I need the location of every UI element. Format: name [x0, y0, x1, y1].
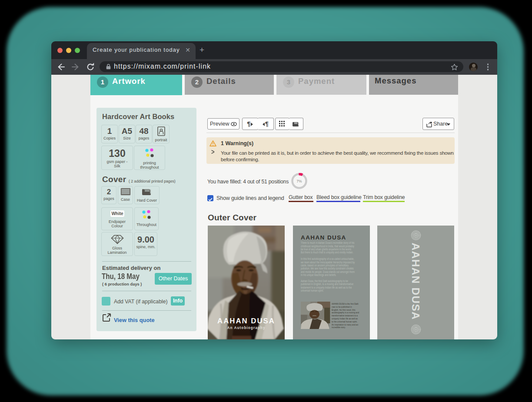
svg-text:autobiography is a moving and: autobiography is a moving and: [332, 311, 359, 314]
svg-text:incredible story.: incredible story.: [332, 326, 346, 329]
svg-text:uniquely Indian life as well a: uniquely Indian life as well as: [332, 317, 358, 320]
svg-text:AAHAN DUSA: AAHAN DUSA: [301, 234, 346, 241]
svg-text:we learn about the inescapable: we learn about the inescapable hierarchy…: [300, 261, 355, 264]
svg-text:universal human spirit.: universal human spirit.: [301, 289, 324, 292]
svg-text:Aahan Dusa, the first Dalit au: Aahan Dusa, the first Dalit autobiograph…: [301, 280, 348, 283]
svg-text:But there is much that is uniq: But there is much that is uniquely and v…: [301, 251, 353, 254]
svg-text:There is much in Aahan Dusa's: There is much in Aahan Dusa's incredible…: [301, 242, 354, 245]
svg-text:An Autobiography: An Autobiography: [227, 326, 265, 330]
svg-text:to the universal human spirit.: to the universal human spirit.: [332, 320, 357, 323]
svg-text:childhood neighborhood in Indi: childhood neighborhood in India, that wo…: [301, 245, 354, 248]
svg-text:AAHAN DUSA: AAHAN DUSA: [410, 243, 422, 320]
svg-text:be true of any urban ghetto an: be true of any urban ghetto anywhere in …: [301, 248, 352, 251]
svg-text:man to be published in: man to be published in: [332, 305, 352, 308]
svg-text:In this first autobiography of: In this first autobiography of a so-call…: [301, 258, 354, 261]
svg-text:An inspiration to many and an: An inspiration to many and an: [332, 323, 358, 326]
svg-text:pollution. We see how this soc: pollution. We see how this society const…: [301, 267, 354, 270]
svg-text:testament to a uniquely Indian: testament to a uniquely Indian life as w…: [301, 286, 352, 289]
svg-text:caste, based on ancient princi: caste, based on ancient principles of he…: [301, 264, 349, 267]
svg-text:AAHAN DUSA: AAHAN DUSA: [217, 317, 275, 325]
svg-text:7%: 7%: [296, 179, 302, 183]
svg-text:transformative testament to a: transformative testament to a: [332, 314, 358, 317]
svg-text:and molds its people. Dusa sta: and molds its people. Dusa stands out am…: [301, 270, 355, 273]
svg-text:in his unique teachings and be: in his unique teachings and beliefs.: [301, 274, 336, 277]
svg-text:AAHAN DUSA is the first Dalit: AAHAN DUSA is the first Dalit: [332, 302, 359, 306]
svg-text:published in English, is a mov: published in English, is a moving and tr…: [301, 283, 353, 286]
svg-text:English, his first novel, this: English, his first novel, this: [332, 308, 356, 311]
